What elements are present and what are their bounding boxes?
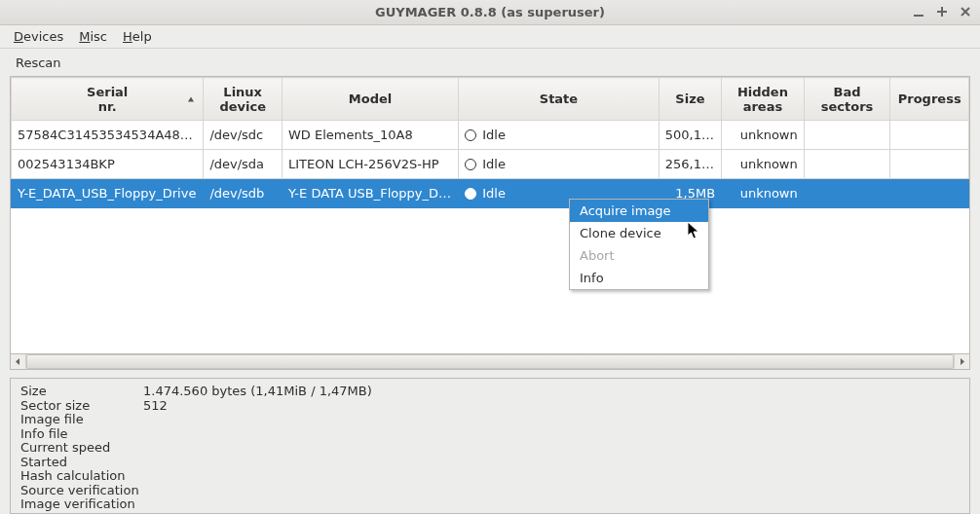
- info-label-speed: Current speed: [20, 441, 137, 456]
- menu-devices[interactable]: Devices: [8, 27, 69, 46]
- rescan-button[interactable]: Rescan: [6, 53, 71, 73]
- scrollbar-track[interactable]: [26, 354, 954, 369]
- cell-bad: [804, 150, 890, 179]
- info-value-srcver: [143, 484, 960, 498]
- table-row[interactable]: 002543134BKP /dev/sda LITEON LCH-256V2S-…: [12, 150, 969, 179]
- info-value-imagefile: [143, 413, 960, 427]
- info-value-speed: [143, 441, 960, 456]
- context-menu: Acquire image Clone device Abort Info: [569, 199, 709, 290]
- state-idle-icon: [465, 188, 476, 200]
- cell-bad: [804, 179, 890, 208]
- cell-device: /dev/sda: [204, 150, 283, 179]
- titlebar: GUYMAGER 0.8.8 (as superuser): [0, 0, 980, 25]
- info-panel: Size 1.474.560 bytes (1,41MiB / 1,47MB) …: [10, 378, 970, 514]
- cell-progress: [890, 179, 969, 208]
- state-idle-icon: [465, 129, 476, 141]
- col-hidden[interactable]: Hiddenareas: [722, 78, 805, 121]
- toolbar: Rescan: [0, 49, 980, 76]
- ctx-clone-device[interactable]: Clone device: [570, 222, 708, 244]
- info-label-imagefile: Image file: [20, 413, 137, 427]
- menubar: Devices Misc Help: [0, 25, 980, 49]
- ctx-acquire-image[interactable]: Acquire image: [570, 200, 708, 222]
- minimize-button[interactable]: [910, 3, 927, 20]
- cell-hidden: unknown: [722, 179, 805, 208]
- svg-marker-5: [188, 96, 194, 101]
- info-value-infofile: [143, 427, 960, 442]
- scroll-right-icon[interactable]: [954, 354, 969, 369]
- col-state[interactable]: State: [459, 78, 659, 121]
- col-model[interactable]: Model: [282, 78, 458, 121]
- col-size[interactable]: Size: [659, 78, 721, 121]
- cell-state: Idle: [459, 150, 659, 179]
- cell-model: LITEON LCH-256V2S-HP: [282, 150, 458, 179]
- cell-hidden: unknown: [722, 121, 805, 150]
- device-table[interactable]: Serialnr. Linuxdevice Model State Size H…: [11, 77, 969, 208]
- info-value-hash: [143, 469, 960, 484]
- menu-misc[interactable]: Misc: [73, 27, 113, 46]
- cell-bad: [804, 121, 890, 150]
- info-label-size: Size: [20, 385, 137, 399]
- sort-asc-icon: [187, 92, 195, 106]
- window-title: GUYMAGER 0.8.8 (as superuser): [0, 5, 980, 19]
- table-row[interactable]: Y-E_DATA_USB_Floppy_Drive /dev/sdb Y-E D…: [12, 179, 969, 208]
- cell-serial: 002543134BKP: [12, 150, 204, 179]
- state-idle-icon: [465, 159, 476, 170]
- info-label-imgver: Image verification: [20, 497, 137, 512]
- maximize-button[interactable]: [933, 3, 951, 20]
- window-controls: [910, 3, 974, 20]
- cell-serial: 57584C31453534534A484437: [12, 121, 204, 150]
- scrollbar-thumb[interactable]: [26, 354, 954, 369]
- device-table-wrap: Serialnr. Linuxdevice Model State Size H…: [10, 76, 970, 354]
- info-value-imgver: [143, 497, 960, 512]
- info-label-srcver: Source verification: [20, 484, 137, 498]
- cell-serial: Y-E_DATA_USB_Floppy_Drive: [12, 179, 204, 208]
- svg-rect-0: [914, 15, 923, 17]
- cell-hidden: unknown: [722, 150, 805, 179]
- close-button[interactable]: [957, 3, 974, 20]
- horizontal-scrollbar[interactable]: [10, 354, 970, 370]
- cell-device: /dev/sdc: [204, 121, 283, 150]
- info-value-started: [143, 456, 960, 470]
- cell-device: /dev/sdb: [204, 179, 283, 208]
- table-row[interactable]: 57584C31453534534A484437 /dev/sdc WD Ele…: [12, 121, 969, 150]
- table-header-row: Serialnr. Linuxdevice Model State Size H…: [12, 78, 969, 121]
- ctx-info[interactable]: Info: [570, 267, 708, 289]
- cell-size: 500,1GB: [659, 121, 721, 150]
- col-bad[interactable]: Badsectors: [804, 78, 890, 121]
- info-value-sector: 512: [143, 399, 960, 414]
- col-progress[interactable]: Progress: [890, 78, 969, 121]
- info-label-sector: Sector size: [20, 399, 137, 414]
- info-label-infofile: Info file: [20, 427, 137, 442]
- col-device[interactable]: Linuxdevice: [204, 78, 283, 121]
- cell-size: 256,1GB: [659, 150, 721, 179]
- cell-model: WD Elements_10A8: [282, 121, 458, 150]
- cell-progress: [890, 121, 969, 150]
- svg-marker-6: [16, 358, 19, 365]
- cell-progress: [890, 150, 969, 179]
- cell-state: Idle: [459, 121, 659, 150]
- col-serial[interactable]: Serialnr.: [12, 78, 204, 121]
- info-value-size: 1.474.560 bytes (1,41MiB / 1,47MB): [143, 385, 960, 399]
- svg-marker-7: [961, 358, 964, 365]
- info-label-started: Started: [20, 456, 137, 470]
- ctx-abort: Abort: [570, 244, 708, 267]
- info-label-hash: Hash calculation: [20, 469, 137, 484]
- main-area: Serialnr. Linuxdevice Model State Size H…: [0, 76, 980, 514]
- cell-model: Y-E DATA USB_Floppy_Drive: [282, 179, 458, 208]
- menu-help[interactable]: Help: [117, 27, 158, 46]
- scroll-left-icon[interactable]: [11, 354, 26, 369]
